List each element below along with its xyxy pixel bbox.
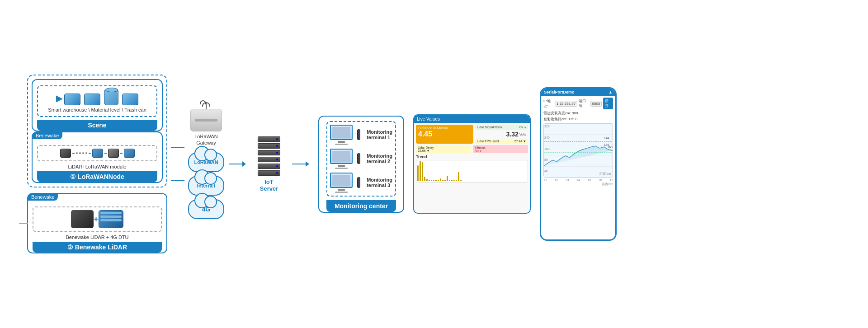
info2-text: 被射物焦距cm: 139.0 bbox=[543, 117, 577, 121]
arrow-tip-monitoring bbox=[306, 161, 309, 167]
lidar-row bbox=[60, 149, 135, 158]
monitoring-footer: Monitoring center bbox=[326, 200, 396, 212]
x-12: 12 bbox=[554, 178, 558, 182]
scene-title: Scene bbox=[37, 120, 157, 131]
internet-cloud-wrapper: Internet bbox=[188, 176, 224, 196]
lidar-fps-value: 27.44 ▼ bbox=[514, 140, 526, 143]
bar-19 bbox=[458, 172, 459, 181]
4g-cloud: 4G bbox=[188, 199, 224, 219]
bar-15 bbox=[449, 180, 450, 181]
no-dot: ● bbox=[480, 149, 481, 152]
outer-dashed-box: ▶ bbox=[27, 75, 167, 187]
node2-badge: Benewake bbox=[28, 193, 58, 201]
dist-status-card: Lidar Delay 25.68 ▼ bbox=[416, 145, 471, 153]
info1-text: 雷达安装高度cm: 300 bbox=[543, 111, 578, 115]
flow-wrapper: ▶ bbox=[27, 9, 841, 319]
connect-btn[interactable]: 断开 bbox=[603, 98, 613, 109]
trend-bar-area bbox=[416, 160, 528, 183]
x-unit: 距离/cm bbox=[543, 182, 613, 187]
bar-6 bbox=[429, 180, 430, 181]
server-unit-6 bbox=[258, 170, 280, 176]
y-label-0: 40 bbox=[544, 169, 550, 173]
y-axis-labels: 320 240 160 80 40 bbox=[544, 125, 550, 173]
monitor-display-3 bbox=[330, 173, 353, 193]
node1-label: LiDAR+LoRaWAN module bbox=[37, 164, 157, 169]
bar-17 bbox=[453, 180, 455, 181]
node2-inner: + bbox=[33, 206, 162, 232]
gateway-label: LoRaWAN Gateway bbox=[194, 133, 218, 146]
monitoring-box: Monitoring terminal 1 bbox=[318, 116, 404, 213]
h-line-to-monitoring bbox=[292, 164, 306, 164]
dash-title: Live Values bbox=[417, 117, 440, 122]
arrow-right-icon: ▶ bbox=[56, 94, 62, 103]
status-cards: Lidar Signal Ratio Ok ● 3.32 Volts Lidar… bbox=[475, 125, 528, 144]
internet-cloud: Internet bbox=[188, 176, 224, 196]
dash-body: Distance in Motion 4.45 Lidar Signal Rat… bbox=[414, 123, 530, 184]
scene-icons bbox=[64, 90, 138, 105]
port-input[interactable]: 9505 bbox=[590, 101, 602, 107]
bar-5 bbox=[426, 179, 428, 181]
scene-box: ▶ bbox=[32, 79, 163, 131]
phone-1 bbox=[357, 129, 360, 140]
bar-7 bbox=[431, 180, 432, 181]
phone-app: SerialPortDemo ▲ IP地址: 1.15.251.57 端口号: … bbox=[540, 87, 617, 241]
gateway-icon bbox=[190, 109, 222, 131]
y-label-80: 80 bbox=[544, 158, 550, 161]
battery-row: 3.32 Volts bbox=[475, 131, 528, 138]
internet-status: No ● bbox=[475, 149, 526, 152]
port-value: 9505 bbox=[592, 102, 600, 106]
monitoring-column: Monitoring terminal 1 bbox=[318, 116, 404, 213]
scene-inner: ▶ bbox=[37, 85, 157, 117]
ip-label: IP地址: bbox=[543, 98, 553, 108]
bar-12 bbox=[442, 180, 443, 181]
phone-signal: ▲ bbox=[609, 90, 613, 94]
x-13: 13 bbox=[566, 178, 569, 182]
server-unit-3 bbox=[258, 150, 280, 155]
dtu-icon bbox=[99, 210, 123, 228]
bar-9 bbox=[435, 180, 437, 181]
bar-13 bbox=[444, 180, 446, 181]
terminal-row-2: Monitoring terminal 2 bbox=[330, 149, 392, 169]
node1-title: ① LoRaWANNode bbox=[37, 171, 157, 182]
y-label-320: 320 bbox=[544, 125, 550, 128]
4g-cloud-wrapper: 4G bbox=[188, 199, 224, 219]
y-label-240: 240 bbox=[544, 136, 550, 139]
dot1 bbox=[76, 152, 78, 154]
phone-3 bbox=[357, 177, 360, 188]
monitoring-terminals: Monitoring terminal 1 bbox=[330, 125, 392, 193]
server-column: IoT Server bbox=[258, 136, 280, 192]
info-row-1: 雷达安装高度cm: 300 bbox=[543, 111, 613, 116]
dist-label: Lidar Delay bbox=[418, 146, 469, 149]
h-line-lorawan bbox=[171, 147, 184, 148]
port-label: 端口号: bbox=[579, 98, 589, 108]
lidar-fps-label: Lidar FPS used bbox=[477, 140, 499, 143]
phone-status-bar: SerialPortDemo ▲ bbox=[541, 89, 615, 96]
svg-text:163: 163 bbox=[608, 145, 613, 149]
internet-label: Internet bbox=[475, 146, 526, 149]
card1-label: Distance in Motion bbox=[418, 126, 471, 130]
ip-value: 1.15.251.57 bbox=[557, 102, 576, 106]
x-15: 15 bbox=[587, 178, 591, 182]
lorawan-cloud-wrapper: LoRaWAN bbox=[188, 152, 224, 172]
ip-input[interactable]: 1.15.251.57 bbox=[555, 101, 577, 107]
bar-11 bbox=[440, 178, 441, 181]
x-11: 11 bbox=[543, 178, 547, 182]
server-unit-5 bbox=[258, 164, 280, 169]
lidar-big-icon bbox=[71, 210, 94, 228]
terminal-row-3: Monitoring terminal 3 bbox=[330, 173, 392, 193]
scene-row: ▶ bbox=[56, 90, 138, 107]
live-card-1: Distance in Motion 4.45 bbox=[416, 125, 473, 144]
x-17: 17 bbox=[609, 178, 613, 182]
no-icon: No bbox=[475, 149, 479, 152]
left-column: ▶ bbox=[27, 75, 167, 253]
y-label-160: 160 bbox=[544, 147, 550, 150]
terminal-row-1: Monitoring terminal 1 bbox=[330, 125, 392, 145]
dot4 bbox=[85, 152, 87, 154]
phone-title: SerialPortDemo bbox=[544, 90, 575, 94]
lidar-signal-ok: Ok ● bbox=[519, 126, 526, 129]
battery-unit: Volts bbox=[519, 133, 526, 136]
bar-20 bbox=[460, 180, 462, 181]
bar-10 bbox=[438, 180, 439, 181]
phone-chart-svg: 144 144 163 bbox=[544, 124, 613, 177]
server-to-monitoring-connector bbox=[292, 161, 309, 167]
